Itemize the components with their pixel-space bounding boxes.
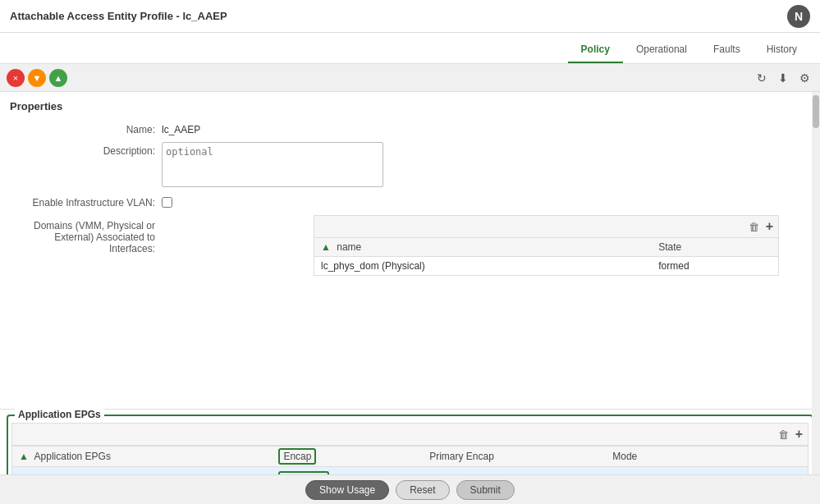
properties-title: Properties <box>10 100 810 112</box>
domains-toolbar: 🗑 + <box>314 216 778 238</box>
infra-vlan-checkbox[interactable] <box>162 197 172 208</box>
page-title: Attachable Access Entity Profile - lc_AA… <box>10 10 227 22</box>
main-content: Properties Name: lc_AAEP Description: En… <box>0 92 820 504</box>
name-row: Name: lc_AAEP <box>10 121 810 135</box>
domain-name-cell: lc_phys_dom (Physical) <box>314 257 652 276</box>
reset-button[interactable]: Reset <box>396 480 449 500</box>
footer-bar: Show Usage Reset Submit <box>0 474 820 504</box>
domains-delete-button[interactable]: 🗑 <box>747 219 761 235</box>
toolbar-left: × ▼ ▲ <box>7 69 67 87</box>
name-label: Name: <box>10 121 162 135</box>
toolbar: × ▼ ▲ ↻ ⬇ ⚙ <box>0 64 820 92</box>
tab-policy[interactable]: Policy <box>568 37 623 63</box>
infra-vlan-label: Enable Infrastructure VLAN: <box>10 194 162 208</box>
epg-toolbar: 🗑 + <box>11 423 809 446</box>
submit-button[interactable]: Submit <box>456 480 515 500</box>
scroll-track[interactable] <box>812 92 820 504</box>
col-state-header: State <box>652 238 778 257</box>
refresh-button[interactable]: ↻ <box>754 70 770 86</box>
domains-label: Domains (VMM, Physical or External) Asso… <box>10 215 162 254</box>
tab-history[interactable]: History <box>754 37 810 63</box>
header-bar: Attachable Access Entity Profile - lc_AA… <box>0 0 820 33</box>
epg-col-mode: Mode <box>606 447 808 467</box>
sort-icon: ▲ <box>321 241 331 253</box>
settings-button[interactable]: ⚙ <box>796 70 813 86</box>
tab-bar: Policy Operational Faults History <box>0 33 820 64</box>
name-value: lc_AAEP <box>162 121 200 135</box>
tab-faults[interactable]: Faults <box>700 37 754 63</box>
close-button[interactable]: × <box>7 69 25 87</box>
col-name-header: ▲ name <box>314 238 652 257</box>
description-input[interactable] <box>162 142 383 187</box>
domains-row: Domains (VMM, Physical or External) Asso… <box>10 215 810 282</box>
app-icon-letter: N <box>795 10 803 23</box>
description-row: Description: <box>10 142 810 187</box>
epgs-outline-label: Application EPGs <box>15 409 104 420</box>
app-icon: N <box>787 5 810 28</box>
show-usage-button[interactable]: Show Usage <box>305 480 389 500</box>
epg-col-sort-icon: ▲ <box>19 451 29 462</box>
domains-table-container: 🗑 + ▲ name State <box>314 215 779 276</box>
encap-header-highlight: Encap <box>278 448 316 465</box>
ok-button[interactable]: ▲ <box>49 69 67 87</box>
description-label: Description: <box>10 142 162 157</box>
properties-section: Properties Name: lc_AAEP Description: En… <box>0 92 820 297</box>
domains-add-button[interactable]: + <box>764 218 775 236</box>
domains-table: ▲ name State lc_phys_dom (Physical) <box>314 238 778 275</box>
epg-add-button[interactable]: + <box>794 425 804 443</box>
tab-operational[interactable]: Operational <box>623 37 700 63</box>
epg-col-name: ▲ Application EPGs <box>12 447 273 467</box>
epg-col-encap: Encap <box>272 447 423 467</box>
epg-delete-button[interactable]: 🗑 <box>776 427 790 442</box>
toolbar-right: ↻ ⬇ ⚙ <box>754 70 813 86</box>
scroll-thumb <box>813 95 819 128</box>
table-row: lc_phys_dom (Physical) formed <box>314 257 778 276</box>
download-button[interactable]: ⬇ <box>775 70 791 86</box>
epg-col-primary-encap: Primary Encap <box>423 447 606 467</box>
infra-vlan-row: Enable Infrastructure VLAN: <box>10 194 810 208</box>
domain-state-cell: formed <box>652 257 778 276</box>
warning-button[interactable]: ▼ <box>28 69 46 87</box>
spacer-area <box>0 297 820 409</box>
